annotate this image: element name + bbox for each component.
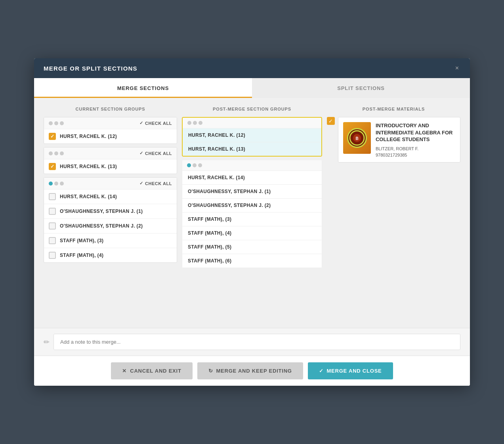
- current-group-3: ✓ CHECK ALL HURST, RACHEL K. (14) O'SHA: [44, 177, 177, 263]
- pm-item-9: STAFF (MATH), (6): [182, 254, 322, 268]
- checkbox-g3-i5[interactable]: [49, 252, 56, 259]
- modal-close-button[interactable]: ×: [454, 65, 460, 72]
- pm-item-1: HURST, RACHEL K. (12): [183, 128, 321, 142]
- material-checkbox[interactable]: ✓: [327, 117, 335, 125]
- check-all-group2-button[interactable]: ✓ CHECK ALL: [139, 151, 172, 156]
- dot-gray-2: [54, 121, 58, 125]
- current-group-2: ✓ CHECK ALL ✓ HURST, RACHEL K. (13): [44, 147, 177, 174]
- pm-dot-g2-2: [193, 163, 197, 167]
- three-col-layout: ✓ CHECK ALL ✓ HURST, RACHEL K. (12): [44, 117, 460, 322]
- pm-item-7: STAFF (MATH), (4): [182, 226, 322, 240]
- checkbox-g3-i1[interactable]: [49, 193, 56, 200]
- note-area: ✏: [34, 328, 470, 356]
- cancel-icon: ✕: [122, 368, 127, 374]
- pencil-icon: ✏: [44, 338, 50, 346]
- group2-item-1[interactable]: ✓ HURST, RACHEL K. (13): [44, 159, 177, 174]
- merge-and-close-button[interactable]: ✓ MERGE AND CLOSE: [308, 362, 393, 379]
- group3-item-3[interactable]: O'SHAUGHNESSY, STEPHAN J. (2): [44, 219, 177, 233]
- current-section-groups-col: ✓ CHECK ALL ✓ HURST, RACHEL K. (12): [44, 117, 177, 322]
- group3-item-1[interactable]: HURST, RACHEL K. (14): [44, 189, 177, 204]
- modal-footer: ✕ CANCEL AND EXIT ↻ MERGE AND KEEP EDITI…: [34, 356, 470, 386]
- post-merge-materials-col: ✓ B: [327, 117, 460, 322]
- modal-title: MERGE OR SPLIT SECTIONS: [44, 65, 137, 72]
- pm-group-2: HURST, RACHEL K. (14) O'SHAUGHNESSY, STE…: [182, 160, 322, 268]
- group3-item-4[interactable]: STAFF (MATH), (3): [44, 233, 177, 248]
- material-title: INTRODUCTORY AND INTERMEDIATE ALGEBRA FO…: [376, 122, 455, 143]
- pm-group-1: HURST, RACHEL K. (12) HURST, RACHEL K. (…: [183, 118, 321, 156]
- middle-col-header: POST-MERGE SECTION GROUPS: [213, 107, 291, 111]
- pm-item-5: O'SHAUGHNESSY, STEPHAN J. (2): [182, 199, 322, 212]
- cancel-and-exit-button[interactable]: ✕ CANCEL AND EXIT: [111, 362, 192, 379]
- tab-merge-sections[interactable]: MERGE SECTIONS: [34, 78, 252, 98]
- checkbox-g3-i3[interactable]: [49, 222, 56, 230]
- pm-item-4: O'SHAUGHNESSY, STEPHAN J. (1): [182, 185, 322, 199]
- group1-item-1[interactable]: ✓ HURST, RACHEL K. (12): [44, 129, 177, 144]
- right-col-header: POST-MERGE MATERIALS: [363, 107, 425, 111]
- pm-dot-g2-3: [198, 163, 202, 167]
- material-card: B INTRODUCTORY AND INTERMEDIATE ALGEBRA …: [338, 117, 460, 163]
- keep-editing-icon: ↻: [208, 368, 213, 374]
- tab-split-sections[interactable]: SPLIT SECTIONS: [252, 78, 470, 98]
- merge-and-keep-editing-button[interactable]: ↻ MERGE AND KEEP EDITING: [197, 362, 303, 379]
- material-thumbnail: B: [343, 122, 371, 154]
- group2-dots: [49, 151, 64, 155]
- dot-g2-2: [54, 151, 58, 155]
- current-group-1: ✓ CHECK ALL ✓ HURST, RACHEL K. (12): [44, 117, 177, 144]
- group3-dots: [49, 182, 64, 186]
- group3-item-5[interactable]: STAFF (MATH), (4): [44, 248, 177, 262]
- checkbox-g3-i4[interactable]: [49, 237, 56, 244]
- modal-dialog: MERGE OR SPLIT SECTIONS × MERGE SECTIONS…: [34, 58, 470, 386]
- material-author: BLITZER, ROBERT F.: [376, 146, 455, 151]
- post-merge-highlighted-box: HURST, RACHEL K. (12) HURST, RACHEL K. (…: [182, 117, 322, 157]
- dot-g3-2: [54, 182, 58, 186]
- dot-g3-3: [60, 182, 64, 186]
- pm-dot-g1-3: [199, 121, 202, 125]
- dot-g3-blue: [49, 182, 53, 186]
- post-merge-section-groups-col: HURST, RACHEL K. (12) HURST, RACHEL K. (…: [182, 117, 322, 322]
- bottle-cap-icon: B: [347, 128, 367, 148]
- merge-checkmark-icon: ✓: [319, 368, 324, 374]
- material-isbn: 9780321729385: [376, 153, 455, 157]
- pm-item-6: STAFF (MATH), (3): [182, 212, 322, 226]
- content-area: CURRENT SECTION GROUPS POST-MERGE SECTIO…: [34, 98, 470, 328]
- svg-text:B: B: [355, 136, 358, 141]
- checkbox-g3-i2[interactable]: [49, 208, 56, 215]
- pm-dot-g2-blue: [187, 163, 191, 167]
- pm-item-8: STAFF (MATH), (5): [182, 240, 322, 254]
- check-all-group3-button[interactable]: ✓ CHECK ALL: [139, 181, 172, 186]
- checkbox-g1-i1[interactable]: ✓: [49, 133, 56, 140]
- material-card-row: ✓ B: [327, 117, 460, 163]
- group3-item-2[interactable]: O'SHAUGHNESSY, STEPHAN J. (1): [44, 204, 177, 219]
- dot-g2-3: [60, 151, 64, 155]
- group1-dots: [49, 121, 64, 125]
- pm-dot-g1-1: [187, 121, 191, 125]
- pm-dot-g1-2: [193, 121, 197, 125]
- note-input[interactable]: [53, 334, 460, 350]
- pm-item-2: HURST, RACHEL K. (13): [183, 142, 321, 156]
- check-all-group1-button[interactable]: ✓ CHECK ALL: [139, 121, 172, 126]
- pm-group2-header: [182, 160, 322, 171]
- group2-header: ✓ CHECK ALL: [44, 147, 177, 159]
- dot-gray-3: [60, 121, 64, 125]
- group3-header: ✓ CHECK ALL: [44, 178, 177, 189]
- pm-item-3: HURST, RACHEL K. (14): [182, 171, 322, 185]
- dot-gray-1: [49, 121, 53, 125]
- pm-group1-header: [183, 118, 321, 128]
- checkbox-g2-i1[interactable]: ✓: [49, 163, 56, 170]
- dot-g2-1: [49, 151, 53, 155]
- tabs-row: MERGE SECTIONS SPLIT SECTIONS: [34, 78, 470, 98]
- material-info: INTRODUCTORY AND INTERMEDIATE ALGEBRA FO…: [376, 122, 455, 157]
- group1-header: ✓ CHECK ALL: [44, 117, 177, 129]
- left-col-header: CURRENT SECTION GROUPS: [76, 107, 145, 111]
- modal-header: MERGE OR SPLIT SECTIONS ×: [34, 58, 470, 78]
